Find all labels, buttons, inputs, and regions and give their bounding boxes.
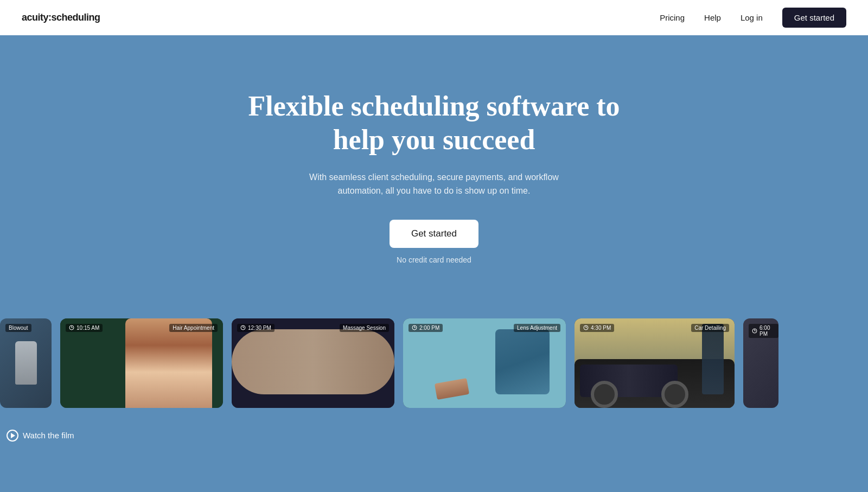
hero-title: Flexible scheduling software to help you… — [248, 90, 620, 157]
pricing-link[interactable]: Pricing — [660, 13, 685, 22]
video-cards-container: Blowout 10:15 AM Hair Appointment 12:30 … — [0, 318, 868, 408]
get-started-hero-button[interactable]: Get started — [390, 220, 478, 248]
card-time-label: 4:30 PM — [580, 324, 614, 332]
card-time-label: 2:00 PM — [409, 324, 443, 332]
card-appointment-title: Hair Appointment — [169, 324, 218, 332]
login-link[interactable]: Log in — [741, 13, 763, 22]
no-credit-card-note: No credit card needed — [397, 255, 471, 264]
play-icon — [7, 430, 18, 442]
navbar: acuity:scheduling Pricing Help Log in Ge… — [0, 0, 868, 35]
video-strip: Blowout 10:15 AM Hair Appointment 12:30 … — [0, 297, 868, 419]
logo[interactable]: acuity:scheduling — [22, 12, 100, 23]
card-appointment-title: Lens Adjustment — [514, 324, 560, 332]
watch-film-label: Watch the film — [23, 431, 74, 440]
card-time-label: 6:00 PM — [749, 324, 778, 338]
video-card-massage[interactable]: 12:30 PM Massage Session — [232, 318, 394, 408]
nav-links: Pricing Help Log in Get started — [660, 8, 846, 28]
video-card-partial[interactable]: 6:00 PM — [743, 318, 778, 408]
help-link[interactable]: Help — [704, 13, 721, 22]
get-started-nav-button[interactable]: Get started — [782, 8, 846, 28]
card-time-label: Blowout — [5, 324, 31, 332]
hero-section: Flexible scheduling software to help you… — [0, 35, 868, 297]
video-card-car[interactable]: 4:30 PM Car Detailing — [575, 318, 735, 408]
lower-section — [0, 442, 868, 492]
hero-subtitle: With seamless client scheduling, secure … — [304, 170, 564, 198]
card-appointment-title: Massage Session — [340, 324, 389, 332]
play-triangle — [11, 433, 15, 438]
video-card-hair[interactable]: 10:15 AM Hair Appointment — [60, 318, 223, 408]
video-card-glasses[interactable]: 2:00 PM Lens Adjustment — [403, 318, 566, 408]
card-appointment-title: Car Detailing — [691, 324, 729, 332]
watch-film-section[interactable]: Watch the film — [0, 419, 868, 442]
card-time-label: 12:30 PM — [237, 324, 275, 332]
card-time-label: 10:15 AM — [66, 324, 103, 332]
video-card-blowout[interactable]: Blowout — [0, 318, 52, 408]
